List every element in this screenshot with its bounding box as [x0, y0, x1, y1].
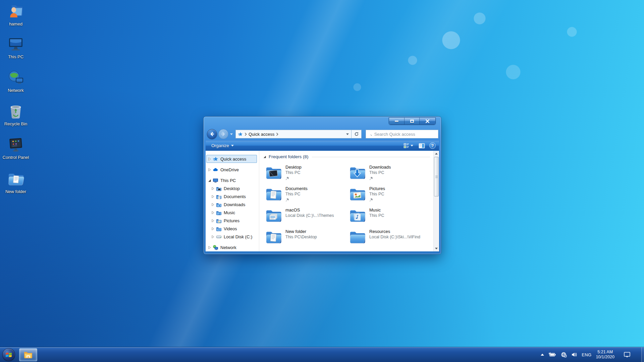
desktop-icon-control-panel[interactable]: Control Panel — [0, 136, 32, 165]
maximize-button[interactable] — [404, 118, 419, 124]
tile-documents[interactable]: Documents This PC — [263, 185, 347, 206]
sidebar-item-label: Quick access — [220, 157, 246, 162]
language-indicator[interactable]: ENG — [582, 352, 591, 357]
sidebar-item-network[interactable]: Network — [206, 243, 259, 251]
desktop-icon-this-pc[interactable]: This PC — [0, 36, 32, 64]
taskbar-clock[interactable]: 5:21 AM 10/1/2020 — [596, 350, 614, 360]
sidebar-item-label: Documents — [224, 194, 246, 199]
vertical-scrollbar[interactable] — [433, 151, 439, 251]
section-collapse-icon[interactable] — [263, 155, 266, 159]
scrollbar-thumb[interactable] — [434, 157, 439, 196]
change-view-button[interactable] — [402, 142, 414, 149]
file-explorer-icon — [23, 351, 33, 359]
section-header-frequent-folders[interactable]: Frequent folders (8) — [263, 154, 433, 159]
caption-buttons — [389, 117, 436, 125]
tile-text: Desktop This PC — [285, 164, 302, 182]
tile-new-folder[interactable]: New folder This PC\Desktop — [263, 228, 347, 249]
expander-collapsed-icon[interactable] — [211, 235, 215, 239]
sidebar-item-label: Music — [224, 210, 235, 215]
computer-icon — [213, 178, 218, 183]
sidebar-item-label: Videos — [224, 226, 237, 231]
chevron-down-icon — [346, 133, 349, 135]
minimize-button[interactable] — [389, 118, 404, 124]
tile-downloads[interactable]: Downloads This PC — [347, 163, 431, 185]
show-desktop-button[interactable] — [641, 347, 644, 362]
navigation-bar: Quick access — [206, 128, 439, 140]
scroll-up-button[interactable] — [434, 151, 439, 157]
sidebar-item-music[interactable]: Music — [206, 208, 259, 217]
tile-pictures[interactable]: Pictures This PC — [347, 185, 431, 206]
start-button[interactable] — [2, 348, 15, 361]
tile-title: Downloads — [369, 164, 391, 170]
tile-text: Pictures This PC — [369, 185, 385, 203]
volume-icon[interactable] — [571, 352, 577, 357]
preview-pane-button[interactable] — [418, 142, 426, 149]
network-status-icon[interactable] — [561, 352, 567, 358]
forward-button[interactable] — [218, 129, 228, 139]
expander-collapsed-icon[interactable] — [208, 168, 211, 172]
sidebar-item-local-disk-c[interactable]: Local Disk (C:) — [206, 233, 259, 241]
tile-subtitle: This PC — [285, 191, 308, 197]
tile-text: macOS Local Disk (C:)\...\Themes — [285, 207, 334, 219]
desktop-icon-new-folder[interactable]: New folder — [0, 170, 32, 199]
recent-locations-dropdown[interactable] — [230, 133, 233, 135]
views-icon — [404, 143, 409, 148]
taskbar-file-explorer-button[interactable] — [19, 348, 37, 361]
search-box[interactable] — [366, 130, 438, 138]
expander-collapsed-icon[interactable] — [211, 203, 215, 206]
desktop-icon-label: hamed — [0, 21, 32, 26]
expander-collapsed-icon[interactable] — [208, 246, 211, 249]
quick-access-icon — [213, 156, 218, 162]
address-dropdown-button[interactable] — [344, 130, 351, 138]
address-bar[interactable]: Quick access — [235, 130, 352, 138]
desktop-icon-label: Network — [0, 88, 32, 93]
search-input[interactable] — [374, 132, 436, 137]
close-button[interactable] — [419, 118, 435, 124]
battery-status-icon[interactable] — [548, 352, 556, 357]
desktop-icon-recycle-bin[interactable]: Recycle Bin — [0, 103, 32, 131]
expander-collapsed-icon[interactable] — [211, 195, 215, 198]
sidebar-item-quick-access[interactable]: Quick access — [206, 155, 259, 163]
expander-expanded-icon[interactable] — [208, 179, 211, 182]
help-button[interactable]: ? — [429, 142, 436, 149]
tile-desktop[interactable]: Desktop This PC — [263, 163, 347, 185]
tile-music[interactable]: Music This PC — [347, 206, 431, 228]
sidebar-item-downloads[interactable]: Downloads — [206, 200, 259, 208]
refresh-button[interactable] — [352, 130, 362, 138]
system-tray: ENG 5:21 AM 10/1/2020 — [541, 347, 644, 362]
sidebar-item-this-pc[interactable]: This PC — [206, 176, 259, 184]
organize-button[interactable]: Organize — [209, 142, 236, 149]
items-view: Frequent folders (8) Desktop This PC — [259, 151, 433, 251]
expander-collapsed-icon[interactable] — [211, 227, 215, 231]
desktop-icon-label: This PC — [0, 54, 32, 59]
search-icon — [368, 132, 372, 136]
quick-access-icon — [238, 132, 243, 137]
expander-collapsed-icon[interactable] — [211, 219, 215, 223]
scroll-down-button[interactable] — [434, 246, 439, 251]
sidebar-item-documents[interactable]: Documents — [206, 192, 259, 200]
back-button[interactable] — [207, 129, 217, 139]
sidebar-item-label: OneDrive — [220, 167, 239, 172]
chevron-down-icon — [411, 145, 413, 146]
tile-title: Resources — [369, 229, 420, 234]
tile-macos[interactable]: macOS Local Disk (C:)\...\Themes — [263, 206, 347, 228]
tile-resources[interactable]: Resources Local Disk (C:)\Ski...\ViFind — [347, 228, 431, 249]
tray-overflow-button[interactable] — [541, 354, 544, 356]
navigation-pane: Quick access OneDrive This PC Desktop — [206, 151, 259, 251]
sidebar-item-pictures[interactable]: Pictures — [206, 217, 259, 225]
sidebar-item-videos[interactable]: Videos — [206, 225, 259, 233]
windows-logo-icon — [5, 351, 12, 358]
tile-subtitle: This PC\Desktop — [285, 234, 317, 240]
expander-collapsed-icon[interactable] — [211, 211, 215, 215]
desktop-icon-network[interactable]: Network — [0, 69, 32, 98]
action-center-button[interactable] — [624, 352, 631, 358]
breadcrumb-location[interactable]: Quick access — [249, 132, 274, 137]
sidebar-item-onedrive[interactable]: OneDrive — [206, 166, 259, 174]
sidebar-item-desktop[interactable]: Desktop — [206, 184, 259, 192]
sidebar-item-label: Desktop — [224, 186, 240, 191]
breadcrumb-chevron-icon[interactable] — [276, 132, 278, 136]
expander-collapsed-icon[interactable] — [211, 187, 215, 190]
hard-disk-icon — [216, 234, 222, 240]
desktop-icon-hamed[interactable]: hamed — [0, 3, 32, 32]
expander-collapsed-icon[interactable] — [208, 157, 211, 161]
